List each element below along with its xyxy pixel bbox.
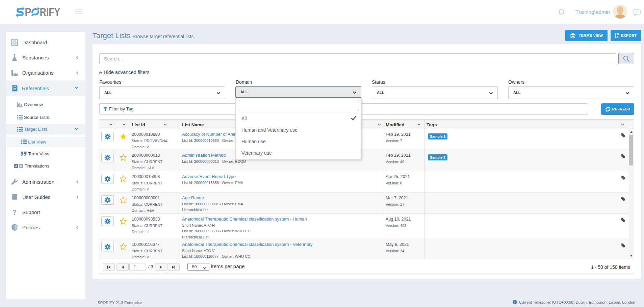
svg-text:A: A (15, 164, 18, 168)
svg-text:P: P (25, 6, 31, 18)
svg-text:RIFY: RIFY (40, 6, 60, 18)
svg-text:x: x (616, 35, 618, 38)
